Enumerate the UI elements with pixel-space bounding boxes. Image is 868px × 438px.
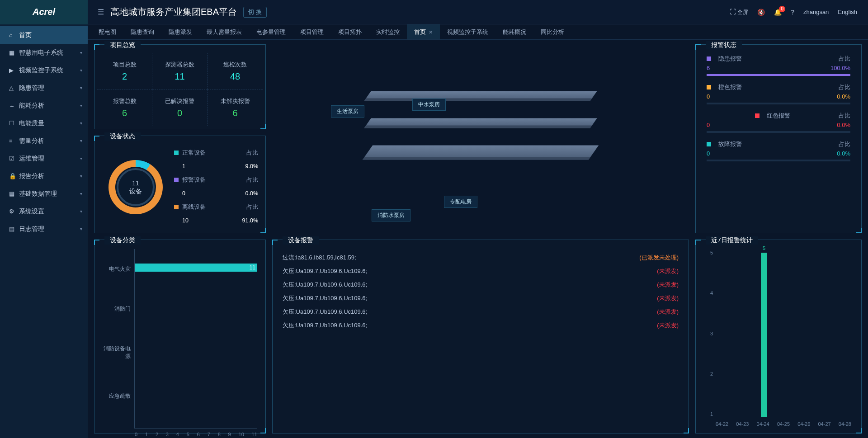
legend-label: 离线设备: [182, 203, 206, 211]
stat-label: 巡检次数: [223, 61, 247, 69]
stat-label: 未解决报警: [221, 97, 250, 105]
close-icon[interactable]: ✕: [429, 29, 433, 35]
tab[interactable]: 配电图: [91, 24, 123, 39]
tab-label: 隐患派发: [169, 28, 192, 35]
stat-cell: 项目总数2: [97, 53, 152, 89]
x-tick: 04-26: [797, 421, 810, 427]
ratio-label: 占比: [839, 112, 850, 120]
menu-label: 能耗分析: [17, 102, 80, 110]
status-pct: 0.0%: [837, 122, 850, 128]
hotspot-label[interactable]: 专配电房: [444, 196, 477, 208]
alarm-status: (未派发): [657, 321, 679, 330]
alarm-row: 欠压:Ua109.7,Ub109.6,Uc109.6;(未派发): [283, 278, 679, 292]
stat-label: 探测器总数: [165, 61, 194, 69]
tab[interactable]: 同比分析: [533, 24, 571, 39]
tab[interactable]: 实时监控: [369, 24, 407, 39]
sidebar-item[interactable]: ⚙系统设置▾: [0, 203, 88, 220]
y-tick: 5: [704, 250, 713, 255]
tab[interactable]: 隐患查询: [123, 24, 161, 39]
sidebar-item[interactable]: 🔒报告分析▾: [0, 167, 88, 185]
x-tick: 9: [228, 432, 231, 437]
menu-icon: 🔒: [9, 173, 17, 179]
building-3d: [368, 91, 594, 190]
stat-cell: 已解决报警0: [152, 89, 208, 126]
sidebar-item[interactable]: △隐患管理▾: [0, 79, 88, 97]
alarm-status: (未派发): [657, 294, 679, 302]
sidebar-item[interactable]: ▦智慧用电子系统▾: [0, 44, 88, 61]
sidebar-item[interactable]: ▤日志管理▾: [0, 220, 88, 238]
bar: 5: [761, 253, 767, 417]
stat-value: 6: [232, 108, 237, 118]
color-swatch: [707, 57, 711, 61]
sidebar-item[interactable]: ≡需量分析▾: [0, 132, 88, 150]
chevron-down-icon: ▾: [80, 138, 82, 143]
panel-title: 项目总览: [104, 41, 141, 49]
stat-value: 11: [175, 71, 184, 82]
chevron-down-icon: ▾: [80, 68, 82, 73]
panel-overview: 项目总览 项目总数2探测器总数11巡检次数48报警总数6已解决报警0未解决报警6: [94, 44, 266, 129]
fullscreen-icon[interactable]: ⛶全屏: [730, 8, 748, 16]
tab[interactable]: 隐患派发: [161, 24, 199, 39]
stat-value: 0: [177, 108, 182, 118]
sidebar-item[interactable]: ▶视频监控子系统▾: [0, 61, 88, 79]
tab-label: 同比分析: [541, 28, 564, 35]
tab[interactable]: 电参量管理: [249, 24, 293, 39]
menu-label: 日志管理: [17, 225, 80, 233]
menu-label: 报告分析: [17, 172, 80, 180]
tab-label: 视频监控子系统: [447, 28, 488, 35]
sidebar-item[interactable]: ▤基础数据管理▾: [0, 185, 88, 203]
hotspot-label[interactable]: 生活泵房: [331, 105, 364, 118]
status-name: 橙色报警: [718, 83, 742, 91]
sidebar-item[interactable]: ☐电能质量▾: [0, 114, 88, 132]
menu-toggle-icon[interactable]: ☰: [98, 8, 104, 16]
menu-icon: ☐: [9, 120, 17, 127]
sidebar-item[interactable]: ☑运维管理▾: [0, 150, 88, 167]
stat-cell: 报警总数6: [97, 89, 152, 126]
menu-label: 视频监控子系统: [17, 66, 80, 75]
sidebar-item[interactable]: ⫠能耗分析▾: [0, 97, 88, 114]
alarm-status: (未派发): [657, 281, 679, 289]
alarm-text: 欠压:Ua109.7,Ub109.6,Uc109.6;: [283, 267, 367, 275]
legend-row: 离线设备占比: [174, 200, 258, 214]
tab[interactable]: 项目拓扑: [331, 24, 369, 39]
alarm-status: (未派发): [657, 267, 679, 275]
alarm-row: 欠压:Ua109.7,Ub109.6,Uc109.6;(未派发): [283, 305, 679, 319]
tab[interactable]: 最大需量报表: [199, 24, 249, 39]
color-swatch: [174, 205, 179, 209]
y-tick: 消防设备电源: [103, 345, 131, 360]
bar: 11: [135, 264, 257, 272]
alarm-status-row: 故障报警占比00.0%: [707, 140, 850, 161]
switch-button[interactable]: 切 换: [243, 7, 267, 18]
chevron-down-icon: ▾: [80, 121, 82, 126]
status-pct: 100.0%: [830, 65, 850, 71]
legend-pct: 91.0%: [242, 217, 258, 224]
y-tick: 应急疏散: [103, 392, 131, 400]
legend-pct: 9.0%: [245, 163, 259, 170]
lang-switch[interactable]: English: [838, 9, 857, 15]
tab[interactable]: 视频监控子系统: [440, 24, 495, 39]
sidebar-item[interactable]: ⌂首页: [0, 26, 88, 44]
bell-icon[interactable]: 🔔0: [774, 9, 782, 16]
x-tick: 04-22: [716, 421, 728, 427]
panel-3d-view: 生活泵房中水泵房消防水泵房专配电房: [272, 44, 689, 233]
logo: Acrel: [0, 0, 88, 24]
x-tick: 04-24: [757, 421, 769, 427]
alarm-row: 欠压:Ua109.7,Ub109.6,Uc109.6;(未派发): [283, 319, 679, 332]
help-icon[interactable]: ?: [791, 9, 794, 16]
stat-cell: 巡检次数48: [208, 53, 263, 89]
username[interactable]: zhangsan: [803, 9, 829, 15]
hotspot-label[interactable]: 中水泵房: [412, 99, 446, 111]
mute-icon[interactable]: 🔇: [757, 9, 765, 16]
tabs: 配电图隐患查询隐患派发最大需量报表电参量管理项目管理项目拓扑实时监控首页✕视频监…: [88, 24, 868, 40]
alarm-status-row: 隐患报警占比6100.0%: [707, 55, 850, 76]
hotspot-label[interactable]: 消防水泵房: [372, 209, 410, 221]
tab[interactable]: 项目管理: [293, 24, 331, 39]
status-value: 0: [707, 93, 710, 100]
menu-icon: ⫠: [9, 102, 17, 109]
tab[interactable]: 首页✕: [407, 24, 440, 39]
panel-title: 设备分类: [104, 236, 141, 245]
tab[interactable]: 能耗概况: [495, 24, 533, 39]
chevron-down-icon: ▾: [80, 209, 82, 214]
alarm-status: (已派发未处理): [639, 254, 679, 262]
status-name: 故障报警: [718, 140, 742, 148]
